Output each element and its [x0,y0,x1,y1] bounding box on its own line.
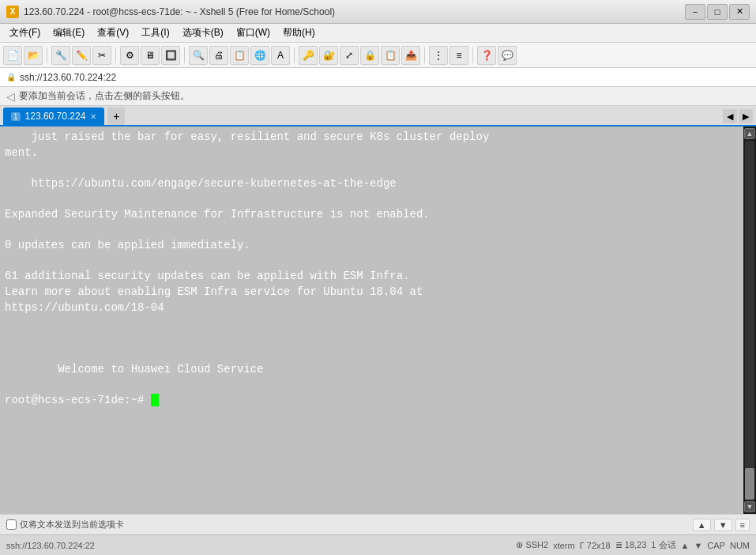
menu-item-v[interactable]: 查看(V) [91,25,135,41]
menu-item-f[interactable]: 文件(F) [3,25,47,41]
toolbar-search[interactable]: 🔍 [189,46,208,65]
bottom-item: CAP [707,541,725,550]
menu-item-e[interactable]: 编辑(E) [47,25,91,41]
tab-add-button[interactable]: + [107,108,125,125]
tab-next-button[interactable]: ▶ [739,109,753,123]
bottom-item: Γ 72x18 [580,541,611,550]
toolbar-sep6 [472,47,473,63]
toolbar-btn8[interactable]: 📤 [401,46,420,65]
toolbar: 📄 📂 🔧 ✏️ ✂ ⚙ 🖥 🔲 🔍 🖨 📋 🌐 A 🔑 🔐 ⤢ 🔒 📋 📤 ⋮… [0,43,756,68]
toolbar-font[interactable]: A [271,46,290,65]
toolbar-settings[interactable]: ⚙ [120,46,139,65]
app-icon: X [6,6,19,18]
bottom-item: NUM [730,541,750,550]
tab-1[interactable]: 1 123.60.70.224 ✕ [3,108,104,125]
bottom-item: ▲ [681,541,690,550]
address-bar: 🔒 ssh://123.60.70.224:22 [0,68,756,87]
tab-1-label: 123.60.70.224 [25,111,86,122]
bottom-status-items: ⊕ SSH2xtermΓ 72x18≣ 18,231 会话▲▼CAPNUM [516,539,750,551]
toolbar-open[interactable]: 📂 [24,46,43,65]
tab-prev-button[interactable]: ◀ [723,109,737,123]
arrow-icon: ◁ [6,90,15,103]
toolbar-sep4 [294,47,295,63]
title-bar: X 123.60.70.224 - root@hcss-ecs-71de: ~ … [0,0,756,24]
toolbar-new-file[interactable]: 📄 [3,46,22,65]
lock-icon: 🔒 [6,73,16,81]
menu-item-i[interactable]: 工具(I) [135,25,175,41]
terminal-cursor [151,394,159,406]
toolbar-clipboard[interactable]: 📋 [381,46,400,65]
tab-bar: 1 123.60.70.224 ✕ + ◀ ▶ [0,106,756,126]
window-title: 123.60.70.224 - root@hcss-ecs-71de: ~ - … [24,6,685,17]
send-to-tab-label: 仅将文本发送到当前选项卡 [20,519,124,530]
toolbar-btn6[interactable]: 📋 [230,46,249,65]
status-scroll-up[interactable]: ▲ [693,519,711,531]
close-button[interactable]: ✕ [729,4,750,20]
toolbar-btn9[interactable]: ⋮ [429,46,448,65]
tab-nav: ◀ ▶ [723,109,753,125]
bottom-item: ≣ 18,23 [615,540,647,550]
bottom-item: ▼ [694,541,702,550]
bottom-item: ⊕ SSH2 [516,540,548,550]
send-to-tab-checkbox[interactable] [6,519,17,530]
tab-1-num: 1 [11,112,21,121]
toolbar-comment[interactable]: 💬 [498,46,517,65]
status-right: ▲ ▼ ≡ [693,519,750,531]
terminal-wrapper: just raised the bar for easy, resilient … [0,126,756,514]
hint-bar: ◁ 要添加当前会话，点击左侧的箭头按钮。 [0,87,756,106]
toolbar-btn5[interactable]: 🔲 [161,46,180,65]
toolbar-key[interactable]: 🔑 [299,46,318,65]
toolbar-sep5 [424,47,425,63]
bottom-item: 1 会话 [651,539,675,551]
scrollbar[interactable]: ▲ ▼ [743,126,756,514]
bottom-item: xterm [553,541,575,550]
minimize-button[interactable]: − [685,4,705,20]
toolbar-properties[interactable]: 🔧 [51,46,70,65]
status-menu[interactable]: ≡ [735,519,750,531]
scroll-track[interactable] [745,141,754,500]
scroll-down-button[interactable]: ▼ [744,501,755,512]
maximize-button[interactable]: □ [707,4,728,20]
toolbar-expand[interactable]: ⤢ [340,46,359,65]
status-bar: 仅将文本发送到当前选项卡 ▲ ▼ ≡ [0,514,756,534]
toolbar-help[interactable]: ❓ [477,46,496,65]
scroll-thumb[interactable] [745,468,754,500]
toolbar-sep3 [184,47,185,63]
toolbar-network[interactable]: 🌐 [250,46,269,65]
menu-item-b[interactable]: 选项卡(B) [176,25,230,41]
menu-item-h[interactable]: 帮助(H) [276,25,322,41]
window-controls: − □ ✕ [685,4,750,20]
address-text: ssh://123.60.70.224:22 [20,72,116,83]
status-scroll-down[interactable]: ▼ [714,519,732,531]
toolbar-sep2 [115,47,116,63]
hint-text: 要添加当前会话，点击左侧的箭头按钮。 [19,89,190,103]
toolbar-sep1 [47,47,47,63]
bottom-bar: ssh://123.60.70.224:22 ⊕ SSH2xtermΓ 72x1… [0,534,756,555]
toolbar-btn4[interactable]: 🖥 [141,46,160,65]
tab-1-close[interactable]: ✕ [90,112,96,121]
toolbar-btn10[interactable]: ≡ [449,46,468,65]
toolbar-lock[interactable]: 🔒 [360,46,379,65]
toolbar-print[interactable]: 🖨 [209,46,228,65]
session-path: ssh://123.60.70.224:22 [6,541,516,550]
app-icon-label: X [10,7,16,16]
toolbar-btn2[interactable]: ✏️ [72,46,91,65]
terminal-content[interactable]: just raised the bar for easy, resilient … [0,126,743,514]
menu-item-w[interactable]: 窗口(W) [230,25,276,41]
menu-bar: 文件(F)编辑(E)查看(V)工具(I)选项卡(B)窗口(W)帮助(H) [0,24,756,43]
toolbar-btn3[interactable]: ✂ [92,46,111,65]
scroll-up-button[interactable]: ▲ [744,128,755,139]
toolbar-btn7[interactable]: 🔐 [319,46,338,65]
